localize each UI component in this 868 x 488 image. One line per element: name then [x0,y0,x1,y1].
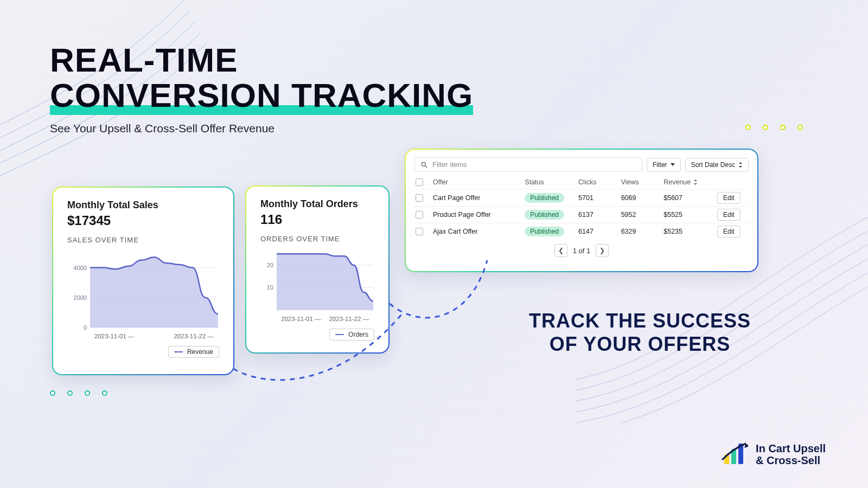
select-all-checkbox[interactable] [416,178,423,186]
th-revenue[interactable]: Revenue [663,178,713,186]
table-row: Cart Page OfferPublished57016069$5607Edi… [414,189,749,206]
cell-clicks: 5701 [578,194,617,202]
sales-card-sub: SALES OVER TIME [67,236,219,244]
cell-clicks: 6137 [578,211,617,219]
sort-button[interactable]: Sort Date Desc [685,158,749,172]
cell-views: 5952 [621,211,660,219]
svg-text:2023-11-01 —: 2023-11-01 — [281,316,321,322]
svg-text:2000: 2000 [74,294,87,301]
svg-text:0: 0 [84,324,87,331]
offers-table-card: Filter items Filter Sort Date Desc Offer… [405,149,758,272]
connector-line [390,271,498,336]
pager-prev-button[interactable]: ❮ [554,244,567,257]
row-checkbox[interactable] [416,228,423,235]
filter-placeholder: Filter items [432,160,467,169]
connector-line [233,347,407,396]
page-subhead: See Your Upsell & Cross-Sell Offer Reven… [50,122,275,135]
brand-line2: & Cross-Sell [756,454,826,466]
cell-offer: Product Page Offer [433,211,520,219]
cell-offer: Cart Page Offer [433,194,520,202]
chevron-down-icon [671,163,675,166]
orders-card-title: Monthly Total Orders [260,198,374,210]
svg-text:10: 10 [267,284,273,291]
sales-card: Monthly Total Sales $17345 SALES OVER TI… [52,187,234,375]
cell-revenue: $5235 [663,228,713,235]
svg-text:2023-11-22 —: 2023-11-22 — [174,333,214,339]
edit-button[interactable]: Edit [717,209,741,221]
table-row: Ajax Cart OfferPublished61476329$5235Edi… [414,223,749,240]
page-headline: REAL-TIME CONVERSION TRACKING [50,42,473,113]
orders-card-value: 116 [260,212,374,227]
cell-views: 6069 [621,194,660,202]
edit-button[interactable]: Edit [717,226,741,237]
pager: ❮ 1 of 1 ❯ [414,244,749,257]
cell-revenue: $5525 [663,211,713,219]
svg-text:4000: 4000 [74,265,87,271]
row-checkbox[interactable] [416,194,423,202]
status-badge: Published [525,227,564,236]
tagline: TRACK THE SUCCESS OF YOUR OFFERS [529,309,751,356]
filter-button[interactable]: Filter [647,158,681,172]
decorative-dots-bottom-left [50,390,107,396]
cell-views: 6329 [621,228,660,235]
sort-icon [693,179,698,185]
svg-text:20: 20 [267,262,273,268]
orders-card: Monthly Total Orders 116 ORDERS OVER TIM… [245,185,390,354]
sort-icon [738,162,743,168]
table-row: Product Page OfferPublished61375952$5525… [414,206,749,223]
cell-offer: Ajax Cart Offer [433,228,520,235]
svg-text:2023-11-01 —: 2023-11-01 — [94,333,135,339]
sales-legend: Revenue [168,346,219,358]
edit-button[interactable]: Edit [717,192,741,204]
svg-text:2023-11-22 —: 2023-11-22 — [329,316,369,322]
svg-point-14 [422,162,425,166]
brand-logo: In Cart Upsell & Cross-Sell [721,442,826,466]
headline-line1: REAL-TIME [50,42,473,78]
status-badge: Published [525,210,564,220]
row-checkbox[interactable] [416,211,423,219]
pager-text: 1 of 1 [573,247,591,255]
status-badge: Published [525,193,564,203]
orders-card-sub: ORDERS OVER TIME [260,235,374,243]
decorative-dots-top-right [745,125,803,130]
bar-chart-icon [721,442,748,466]
sales-chart: 0200040002023-11-01 —2023-11-22 — [67,249,219,342]
th-status: Status [525,178,574,186]
orders-chart: 10202023-11-01 —2023-11-22 — [260,248,374,324]
cell-revenue: $5607 [663,194,713,202]
sales-card-value: $17345 [67,213,219,228]
brand-line1: In Cart Upsell [756,442,826,454]
cell-clicks: 6147 [578,228,617,235]
filter-items-input[interactable]: Filter items [414,157,642,172]
svg-line-15 [425,165,427,168]
th-offer: Offer [433,178,520,186]
search-icon [420,161,428,169]
pager-next-button[interactable]: ❯ [596,244,609,257]
orders-legend: Orders [329,329,374,341]
th-views: Views [621,178,660,186]
headline-line2: CONVERSION TRACKING [50,78,473,113]
table-header-row: Offer Status Clicks Views Revenue [414,175,749,189]
th-clicks: Clicks [578,178,617,186]
sales-card-title: Monthly Total Sales [67,200,219,211]
